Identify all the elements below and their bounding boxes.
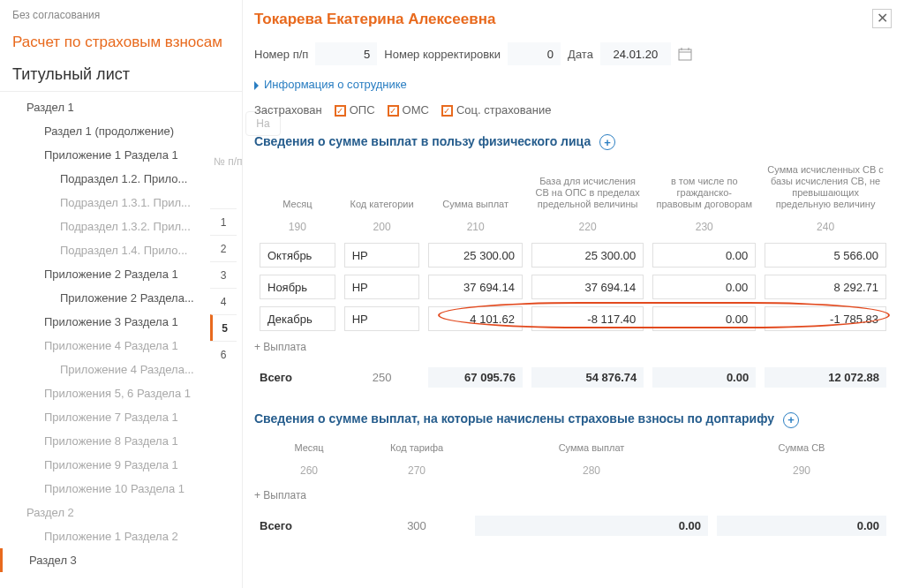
cell-base[interactable] — [531, 306, 644, 331]
header-fields: Номер п/п Номер корректировки Дата — [254, 37, 892, 74]
soc-checkbox[interactable]: ✓Соц. страхование — [441, 103, 551, 117]
insured-row: Застрахован ✓ОПС ✓ОМС ✓Соц. страхование — [254, 100, 892, 129]
caret-right-icon — [254, 81, 259, 90]
col-base: База для исчисления СВ на ОПС в пределах… — [528, 161, 647, 214]
cell-base[interactable] — [531, 275, 644, 299]
total-gpd: 0.00 — [652, 367, 756, 388]
tree-item-14[interactable]: Приложение 8 Раздела 1 — [0, 429, 242, 453]
title-page-heading[interactable]: Титульный лист — [0, 60, 242, 92]
payments-table: Месяц Код категории Сумма выплат База дл… — [254, 159, 892, 335]
approval-status: Без согласования — [0, 9, 242, 34]
total-base: 54 876.74 — [531, 367, 644, 388]
employee-info-toggle[interactable]: Информация о сотруднике — [254, 74, 892, 100]
calendar-icon[interactable] — [678, 47, 692, 61]
cell-base[interactable] — [531, 243, 644, 268]
tree-item-5[interactable]: Подраздел 1.3.2. Прил... — [0, 215, 242, 238]
oms-checkbox[interactable]: ✓ОМС — [388, 103, 429, 117]
cell-gpd[interactable] — [652, 243, 756, 268]
insured-label: Застрахован — [254, 103, 322, 117]
cell-gpd[interactable] — [652, 306, 756, 331]
row-num-2[interactable]: 2 — [210, 235, 237, 261]
cell-month[interactable] — [260, 243, 335, 268]
tree-item-19[interactable]: Раздел 3 — [0, 548, 242, 572]
payment-row — [256, 304, 890, 334]
cell-cat[interactable] — [344, 306, 420, 331]
section2-heading: Сведения о сумме выплат, на которые начи… — [254, 406, 892, 436]
date-input[interactable] — [600, 42, 671, 65]
person-name: Токарева Екатерина Алексеевна — [254, 9, 892, 37]
section2-add-icon[interactable]: + — [783, 412, 799, 428]
total2-sv: 0.00 — [717, 516, 886, 536]
tree-item-9[interactable]: Приложение 3 Раздела 1 — [0, 310, 242, 334]
section-tree: Раздел 1Раздел 1 (продолжение)Приложение… — [0, 92, 242, 572]
total-sv: 12 072.88 — [765, 367, 886, 388]
tree-item-7[interactable]: Приложение 2 Раздела 1 — [0, 262, 242, 286]
total2-label: Всего — [256, 509, 362, 539]
cell-month[interactable] — [260, 306, 335, 331]
col-sum: Сумма выплат — [425, 161, 526, 214]
tree-item-11[interactable]: Приложение 4 Раздела... — [0, 358, 242, 381]
num-label: Номер п/п — [254, 48, 308, 61]
tree-item-13[interactable]: Приложение 7 Раздела 1 — [0, 405, 242, 429]
corr-input[interactable] — [508, 42, 561, 65]
cell-sum[interactable] — [428, 306, 523, 331]
total-sum: 67 095.76 — [428, 367, 523, 388]
tree-item-10[interactable]: Приложение 4 Раздела 1 — [0, 334, 242, 358]
tree-item-18[interactable]: Приложение 1 Раздела 2 — [0, 524, 242, 548]
report-title: Расчет по страховым взносам — [0, 34, 242, 60]
cell-sv[interactable] — [765, 243, 886, 268]
row-number-column: 1 2 3 4 5 6 — [210, 155, 237, 367]
tree-item-6[interactable]: Подраздел 1.4. Прило... — [0, 238, 242, 262]
row-num-3[interactable]: 3 — [210, 261, 237, 288]
total2-sum: 0.00 — [475, 516, 708, 536]
cell-gpd[interactable] — [652, 275, 756, 299]
col-category: Код категории — [341, 161, 424, 214]
row-num-1[interactable]: 1 — [210, 208, 237, 235]
close-button[interactable]: ✕ — [872, 9, 892, 28]
tree-item-2[interactable]: Приложение 1 Раздела 1 — [0, 143, 242, 167]
cell-sv[interactable] — [765, 275, 886, 299]
tree-item-15[interactable]: Приложение 9 Раздела 1 — [0, 453, 242, 477]
section1-heading: Сведения о сумме выплат в пользу физичес… — [254, 129, 892, 159]
row-num-5[interactable]: 5 — [210, 314, 237, 341]
payment-row — [256, 240, 890, 270]
cell-sum[interactable] — [428, 275, 523, 299]
tree-item-16[interactable]: Приложение 10 Раздела 1 — [0, 477, 242, 501]
col-sv: Сумма исчисленных СВ с базы исчисления С… — [761, 161, 890, 214]
payment-row — [256, 272, 890, 302]
cell-sv[interactable] — [765, 306, 886, 331]
date-label: Дата — [568, 48, 593, 61]
tree-item-17[interactable]: Раздел 2 — [0, 501, 242, 524]
tree-item-8[interactable]: Приложение 2 Раздела... — [0, 286, 242, 310]
section1-add-icon[interactable]: + — [599, 134, 615, 150]
ops-checkbox[interactable]: ✓ОПС — [335, 103, 375, 117]
sidebar: Без согласования Расчет по страховым взн… — [0, 0, 243, 588]
cell-cat[interactable] — [344, 243, 420, 268]
row-num-4[interactable]: 4 — [210, 288, 237, 314]
svg-rect-0 — [679, 49, 691, 60]
tree-item-3[interactable]: Подраздел 1.2. Прило... — [0, 167, 242, 191]
section1-add-payment[interactable]: + Выплата — [254, 335, 892, 358]
detail-panel: ✕ Токарева Екатерина Алексеевна Номер п/… — [247, 0, 904, 588]
tree-item-12[interactable]: Приложения 5, 6 Раздела 1 — [0, 381, 242, 405]
row-num-6[interactable]: 6 — [210, 341, 237, 367]
tree-item-4[interactable]: Подраздел 1.3.1. Прил... — [0, 191, 242, 215]
cell-month[interactable] — [260, 275, 335, 299]
doptarif-table: Месяц Код тарифа Сумма выплат Сумма СВ 2… — [254, 437, 892, 484]
tree-item-0[interactable]: Раздел 1 — [0, 95, 242, 119]
corr-label: Номер корректировки — [384, 48, 501, 61]
cell-sum[interactable] — [428, 243, 523, 268]
tree-item-1[interactable]: Раздел 1 (продолжение) — [0, 119, 242, 143]
col-gpd: в том числе по гражданско-правовым догов… — [649, 161, 759, 214]
cell-cat[interactable] — [344, 275, 420, 299]
total-label: Всего — [256, 360, 339, 390]
section2-add-payment[interactable]: + Выплата — [254, 484, 892, 507]
col-month: Месяц — [256, 161, 339, 214]
num-input[interactable] — [315, 42, 377, 65]
